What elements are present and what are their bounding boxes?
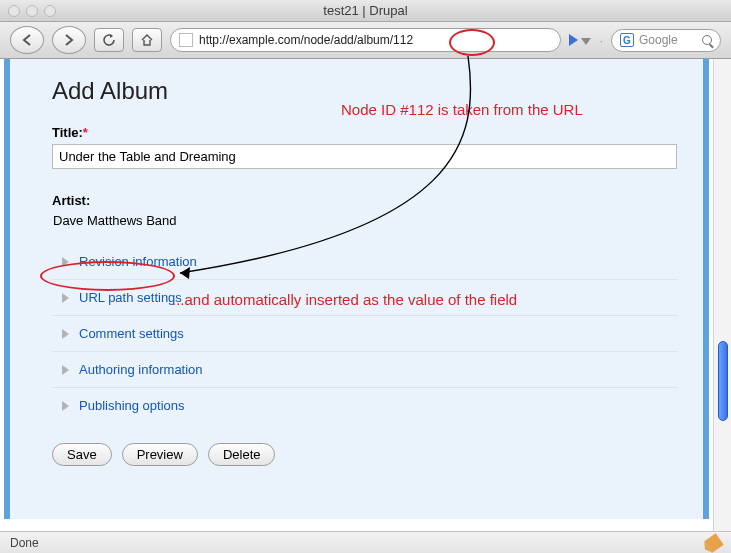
search-icon	[702, 35, 712, 45]
close-window-icon[interactable]	[8, 5, 20, 17]
required-marker: *	[83, 125, 88, 140]
annotation-circle-url	[449, 29, 495, 56]
back-arrow-icon	[20, 33, 34, 47]
annotation-circle-artist	[40, 261, 175, 291]
search-placeholder: Google	[639, 33, 697, 47]
fieldset-row[interactable]: Authoring information	[52, 352, 677, 388]
play-icon	[569, 34, 578, 46]
expand-icon	[62, 293, 69, 303]
expand-icon	[62, 365, 69, 375]
status-bar: Done	[0, 531, 731, 553]
reload-button[interactable]	[94, 28, 124, 52]
fieldset-link[interactable]: Publishing options	[79, 398, 185, 413]
title-label-text: Title:	[52, 125, 83, 140]
minimize-window-icon[interactable]	[26, 5, 38, 17]
preview-button[interactable]: Preview	[122, 443, 198, 466]
fieldset-link[interactable]: URL path settings	[79, 290, 182, 305]
home-icon	[140, 33, 154, 47]
forward-button[interactable]	[52, 26, 86, 54]
forward-arrow-icon	[62, 33, 76, 47]
search-box[interactable]: G Google	[611, 29, 721, 52]
save-button[interactable]: Save	[52, 443, 112, 466]
fieldset-row[interactable]: Publishing options	[52, 388, 677, 423]
url-text: http://example.com/node/add/album/112	[199, 33, 413, 47]
form-actions: Save Preview Delete	[52, 443, 677, 466]
expand-icon	[62, 329, 69, 339]
title-input[interactable]	[52, 144, 677, 169]
fieldset-row[interactable]: Comment settings	[52, 316, 677, 352]
fieldset-link[interactable]: Comment settings	[79, 326, 184, 341]
home-button[interactable]	[132, 28, 162, 52]
browser-toolbar: http://example.com/node/add/album/112 · …	[0, 22, 731, 59]
window-title: test21 | Drupal	[0, 3, 731, 18]
fieldset-link[interactable]: Authoring information	[79, 362, 203, 377]
address-bar[interactable]: http://example.com/node/add/album/112	[170, 28, 561, 52]
reload-icon	[102, 33, 116, 47]
delete-button[interactable]: Delete	[208, 443, 276, 466]
google-provider-icon: G	[620, 33, 634, 47]
scrollbar-thumb[interactable]	[718, 341, 728, 421]
back-button[interactable]	[10, 26, 44, 54]
annotation-text-top: Node ID #112 is taken from the URL	[341, 101, 583, 118]
site-icon	[179, 33, 193, 47]
status-text: Done	[10, 536, 39, 550]
edit-icon[interactable]	[704, 533, 723, 552]
annotation-text-mid: ...and automatically inserted as the val…	[172, 291, 517, 308]
artist-value: Dave Matthews Band	[52, 212, 186, 230]
zoom-window-icon[interactable]	[44, 5, 56, 17]
go-button[interactable]	[569, 34, 591, 46]
window-titlebar: test21 | Drupal	[0, 0, 731, 22]
artist-label: Artist:	[52, 193, 677, 208]
vertical-scrollbar[interactable]	[713, 59, 731, 531]
artist-field: Artist: Dave Matthews Band	[52, 193, 677, 230]
toolbar-separator: ·	[599, 33, 603, 48]
window-controls	[8, 5, 56, 17]
title-field-label: Title:*	[52, 125, 677, 140]
expand-icon	[62, 401, 69, 411]
chevron-down-icon	[581, 38, 591, 45]
